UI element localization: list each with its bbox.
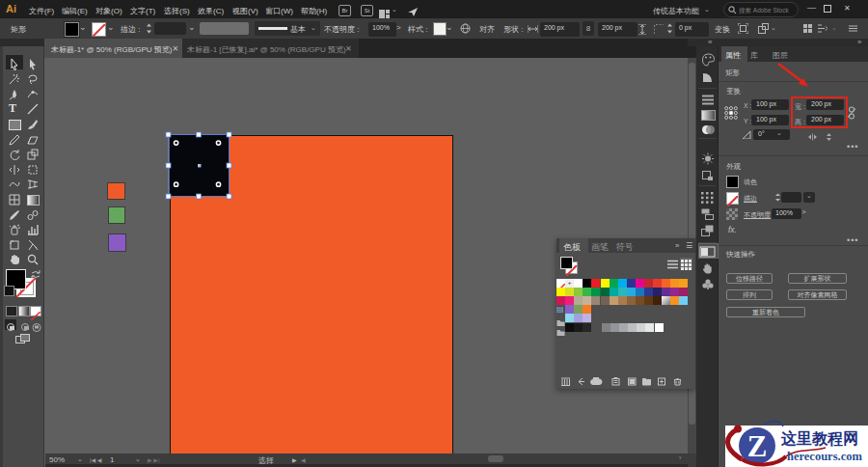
svg-text:herecours.com: herecours.com [787, 450, 862, 463]
svg-text:这里教程网: 这里教程网 [780, 429, 858, 447]
svg-text:Z: Z [747, 429, 768, 463]
